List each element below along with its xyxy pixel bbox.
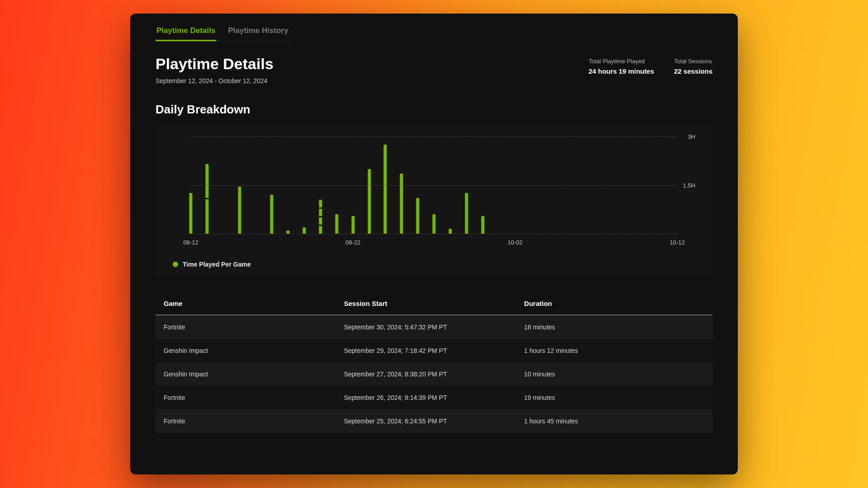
stat-total-playtime-value: 24 hours 19 minutes xyxy=(589,67,654,75)
cell-duration: 19 minutes xyxy=(524,394,704,401)
chart-bar xyxy=(433,214,436,234)
chart-ytick: 1.5H xyxy=(683,182,695,188)
chart-bar xyxy=(287,230,290,234)
chart-baseline xyxy=(191,234,677,234)
date-range: September 12, 2024 - October 12, 2024 xyxy=(156,77,274,84)
chart-xtick: 10-12 xyxy=(670,239,684,246)
cell-duration: 1 hours 45 minutes xyxy=(524,418,704,425)
page-header-stats: Total Playtime Played 24 hours 19 minute… xyxy=(589,55,712,75)
stat-total-sessions-value: 22 sessions xyxy=(674,67,712,75)
stat-total-sessions-label: Total Sessions xyxy=(674,58,712,65)
chart-gridline xyxy=(191,136,677,137)
chart-xaxis: 09-1209-2210-0210-12 xyxy=(173,236,695,249)
chart-bar xyxy=(481,216,484,234)
legend-dot-icon xyxy=(173,262,178,267)
chart-bar xyxy=(189,193,193,234)
stat-total-playtime: Total Playtime Played 24 hours 19 minute… xyxy=(589,58,654,75)
tab-playtime-details[interactable]: Playtime Details xyxy=(156,23,216,41)
col-duration: Duration xyxy=(524,300,704,307)
cell-start: September 30, 2024; 5:47:32 PM PT xyxy=(344,324,524,331)
chart-bar xyxy=(205,164,208,234)
cell-start: September 27, 2024; 8:38:20 PM PT xyxy=(344,371,524,378)
table-header: Game Session Start Duration xyxy=(156,292,712,315)
tab-playtime-history[interactable]: Playtime History xyxy=(227,23,289,41)
chart-bar xyxy=(270,195,274,234)
section-title-daily-breakdown: Daily Breakdown xyxy=(156,103,712,117)
chart-gridline xyxy=(191,185,677,186)
cell-duration: 18 minutes xyxy=(524,324,704,331)
chart-xtick: 09-12 xyxy=(183,239,198,246)
cell-game: Fortnite xyxy=(164,418,344,425)
sessions-table: Game Session Start Duration FortniteSept… xyxy=(156,292,712,433)
page-header-left: Playtime Details September 12, 2024 - Oc… xyxy=(156,55,274,84)
chart-bar xyxy=(465,193,468,234)
chart-bar xyxy=(368,169,371,234)
page-header: Playtime Details September 12, 2024 - Oc… xyxy=(156,55,712,84)
cell-start: September 25, 2024; 6:24:55 PM PT xyxy=(344,418,524,425)
chart-area: 1.5H3H xyxy=(173,136,695,234)
chart-bar xyxy=(335,214,338,234)
chart-card: 1.5H3H 09-1209-2210-0210-12 Time Played … xyxy=(156,125,712,276)
legend-label: Time Played Per Game xyxy=(183,261,251,268)
chart-xtick: 10-02 xyxy=(508,239,523,246)
table-row[interactable]: FortniteSeptember 30, 2024; 5:47:32 PM P… xyxy=(156,315,712,339)
chart-legend: Time Played Per Game xyxy=(173,261,695,268)
cell-duration: 10 minutes xyxy=(524,371,704,378)
tab-bar: Playtime Details Playtime History xyxy=(156,23,712,42)
chart-bar xyxy=(384,145,387,234)
cell-start: September 29, 2024; 7:18:42 PM PT xyxy=(344,347,524,354)
table-row[interactable]: FortniteSeptember 25, 2024; 6:24:55 PM P… xyxy=(156,409,712,433)
chart-bar xyxy=(238,187,241,234)
table-row[interactable]: Genshin ImpactSeptember 29, 2024; 7:18:4… xyxy=(156,339,712,362)
chart-bar xyxy=(351,216,354,234)
cell-game: Genshin Impact xyxy=(164,371,344,378)
cell-start: September 26, 2024; 8:14:39 PM PT xyxy=(344,394,524,401)
col-game: Game xyxy=(164,300,344,307)
cell-game: Fortnite xyxy=(164,324,344,331)
chart-bar xyxy=(400,174,403,234)
cell-duration: 1 hours 12 minutes xyxy=(524,347,704,354)
table-body: FortniteSeptember 30, 2024; 5:47:32 PM P… xyxy=(156,315,712,433)
stat-total-playtime-label: Total Playtime Played xyxy=(589,58,654,65)
cell-game: Genshin Impact xyxy=(164,347,344,354)
chart-bar xyxy=(448,229,452,234)
chart-bar xyxy=(416,198,420,234)
chart-xtick: 09-22 xyxy=(345,239,360,246)
stat-total-sessions: Total Sessions 22 sessions xyxy=(674,58,712,75)
col-session-start: Session Start xyxy=(344,300,524,307)
cell-game: Fortnite xyxy=(164,394,344,401)
tabs-underline xyxy=(156,41,291,42)
table-row[interactable]: Genshin ImpactSeptember 27, 2024; 8:38:2… xyxy=(156,362,712,386)
chart-bar xyxy=(303,227,306,234)
page-title: Playtime Details xyxy=(156,55,274,73)
chart-ytick: 3H xyxy=(688,133,695,140)
table-row[interactable]: FortniteSeptember 26, 2024; 8:14:39 PM P… xyxy=(156,386,712,409)
app-panel: Playtime Details Playtime History Playti… xyxy=(130,14,738,474)
chart-bar xyxy=(319,200,322,234)
